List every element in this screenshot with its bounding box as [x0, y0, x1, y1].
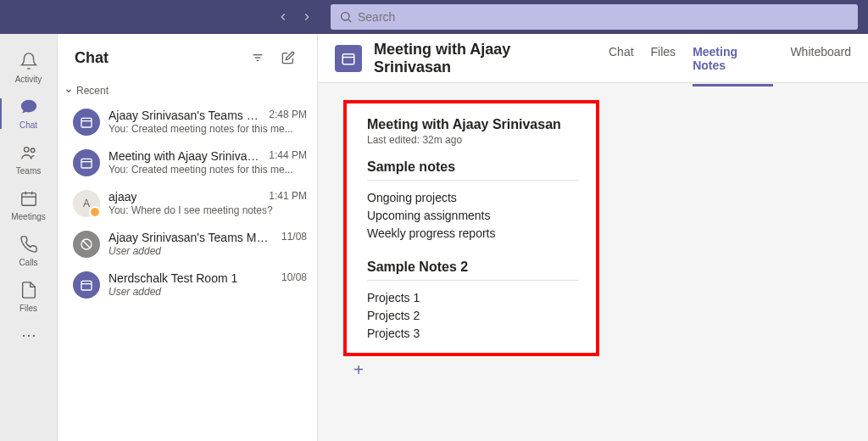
notes-line: Ongoing projects	[367, 189, 579, 207]
divider	[367, 280, 579, 281]
notes-section-heading: Sample notes	[367, 159, 579, 175]
chat-item-time: 2:48 PM	[269, 109, 307, 122]
svg-line-16	[83, 241, 90, 248]
meeting-avatar-icon	[73, 109, 100, 136]
svg-point-3	[31, 148, 35, 153]
svg-rect-11	[81, 118, 92, 127]
rail-label: Meetings	[11, 212, 46, 221]
svg-rect-13	[81, 159, 92, 168]
rail-activity[interactable]: Activity	[0, 46, 58, 90]
rail-meetings[interactable]: Meetings	[0, 183, 58, 227]
chat-item[interactable]: Meeting with Ajaay Srinivasan1:44 PM You…	[58, 142, 317, 183]
notes-line: Projects 1	[367, 289, 579, 307]
chat-item-time: 11/08	[281, 231, 307, 244]
compose-icon	[281, 51, 295, 64]
rail-label: Teams	[16, 166, 41, 176]
teams-icon	[19, 143, 38, 165]
more-icon: ⋯	[21, 327, 36, 343]
recent-section-toggle[interactable]: Recent	[58, 81, 317, 102]
notes-line: Weekly progress reports	[367, 225, 579, 243]
chat-item-title: ajaay	[108, 190, 136, 204]
content-title: Meeting with Ajaay Srinivasan	[374, 41, 592, 76]
bell-icon	[19, 52, 38, 73]
meeting-avatar-icon	[73, 231, 100, 258]
rail-chat[interactable]: Chat	[0, 92, 58, 136]
chat-item-preview: User added	[108, 245, 307, 257]
tab-chat[interactable]: Chat	[609, 31, 634, 87]
rail-label: Files	[19, 304, 37, 313]
chat-item-title: Meeting with Ajaay Srinivasan	[108, 149, 262, 163]
chat-panel-header: Chat	[58, 34, 317, 81]
svg-rect-19	[342, 53, 354, 64]
calendar-icon	[19, 189, 38, 210]
app-rail: Activity Chat Teams Meetings Calls	[0, 34, 58, 441]
notes-line: Projects 3	[367, 325, 579, 343]
forward-button[interactable]	[297, 7, 317, 27]
history-nav	[273, 7, 317, 27]
add-section-button[interactable]: +	[348, 360, 369, 380]
user-avatar: A	[73, 190, 100, 217]
content-body: Meeting with Ajaay Srinivasan Last edite…	[318, 83, 868, 441]
tab-meeting-notes[interactable]: Meeting Notes	[693, 31, 773, 87]
chat-item-preview: User added	[108, 286, 307, 298]
rail-label: Calls	[19, 258, 37, 267]
chat-item-time: 1:44 PM	[269, 149, 307, 163]
chat-item[interactable]: Nerdschalk Test Room 110/08 User added	[58, 265, 317, 305]
meeting-avatar-icon	[73, 149, 100, 176]
rail-teams[interactable]: Teams	[0, 137, 58, 181]
chat-panel-title: Chat	[75, 49, 239, 67]
chat-item-preview: You: Created meeting notes for this me..…	[108, 164, 307, 176]
chat-icon	[19, 98, 38, 119]
tab-whiteboard[interactable]: Whiteboard	[790, 31, 851, 87]
chat-item-time: 1:41 PM	[269, 190, 307, 204]
tab-files[interactable]: Files	[651, 31, 676, 87]
chat-item-title: Ajaay Srinivasan's Teams Mee...	[108, 109, 262, 122]
chat-item[interactable]: Ajaay Srinivasan's Teams Mee...2:48 PM Y…	[58, 102, 317, 142]
svg-rect-17	[81, 281, 92, 290]
svg-rect-4	[21, 193, 36, 206]
notes-line: Projects 2	[367, 307, 579, 325]
chat-item-title: Ajaay Srinivasan's Teams Meeting	[108, 231, 275, 244]
meeting-avatar-icon	[335, 45, 362, 72]
svg-point-2	[24, 148, 29, 153]
divider	[367, 180, 579, 181]
chat-item-preview: You: Created meeting notes for this me..…	[108, 123, 307, 135]
chat-item[interactable]: A ajaay1:41 PM You: Where do I see meeti…	[58, 183, 317, 224]
chat-item-title: Nerdschalk Test Room 1	[108, 271, 237, 285]
svg-line-1	[348, 20, 351, 22]
section-label-text: Recent	[76, 85, 108, 97]
phone-icon	[19, 235, 38, 256]
rail-label: Activity	[15, 75, 42, 84]
meeting-notes-card[interactable]: Meeting with Ajaay Srinivasan Last edite…	[343, 100, 599, 356]
rail-label: Chat	[19, 120, 37, 130]
content-header: Meeting with Ajaay Srinivasan Chat Files…	[318, 34, 868, 83]
title-bar	[0, 0, 868, 34]
chat-item[interactable]: Ajaay Srinivasan's Teams Meeting11/08 Us…	[58, 224, 317, 265]
notes-title: Meeting with Ajaay Srinivasan	[367, 117, 579, 132]
chevron-down-icon	[64, 87, 73, 95]
file-icon	[19, 281, 38, 302]
rail-more[interactable]: ⋯	[21, 326, 36, 344]
meeting-avatar-icon	[73, 271, 100, 299]
back-button[interactable]	[273, 7, 293, 27]
chat-panel: Chat Recent Ajaay Srinivasan's Teams Mee…	[58, 34, 318, 441]
filter-icon	[251, 51, 264, 64]
chat-item-time: 10/08	[281, 271, 307, 285]
rail-calls[interactable]: Calls	[0, 229, 58, 273]
search-input[interactable]	[358, 10, 849, 24]
plus-icon: +	[353, 360, 364, 380]
content-tabs: Chat Files Meeting Notes Whiteboard	[609, 31, 851, 87]
rail-files[interactable]: Files	[0, 275, 58, 319]
svg-point-0	[342, 13, 349, 20]
notes-line: Upcoming assignments	[367, 207, 579, 225]
notes-section-heading: Sample Notes 2	[367, 260, 579, 275]
chat-item-preview: You: Where do I see meeting notes?	[108, 204, 307, 216]
new-chat-button[interactable]	[276, 46, 300, 70]
filter-button[interactable]	[246, 46, 270, 70]
notes-last-edited: Last edited: 32m ago	[367, 134, 579, 146]
content-area: Meeting with Ajaay Srinivasan Chat Files…	[318, 34, 868, 441]
search-icon	[339, 10, 353, 24]
search-box[interactable]	[331, 4, 858, 30]
